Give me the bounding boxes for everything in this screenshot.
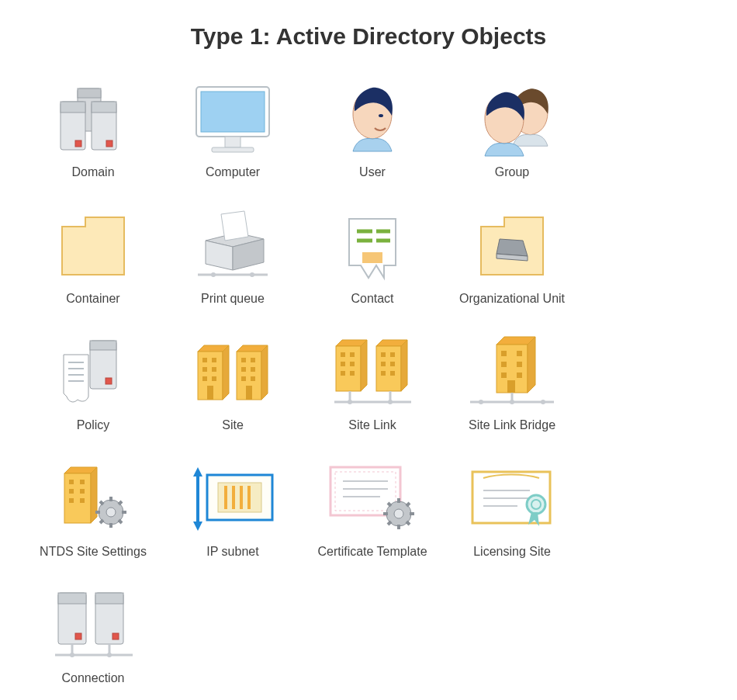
svg-rect-24 [362, 252, 382, 263]
svg-rect-143 [75, 633, 81, 639]
svg-rect-57 [341, 352, 345, 357]
svg-rect-49 [241, 367, 246, 372]
item-label: IP subnet [206, 544, 258, 560]
svg-rect-41 [202, 376, 207, 381]
item-label: User [359, 165, 386, 180]
item-connection: Connection [23, 587, 163, 686]
svg-marker-79 [528, 337, 535, 393]
svg-point-12 [379, 114, 383, 117]
item-label: Print queue [201, 291, 265, 307]
svg-rect-28 [90, 341, 116, 350]
licensing-site-icon [465, 460, 559, 538]
svg-rect-93 [64, 473, 91, 523]
policy-icon [47, 334, 140, 411]
item-ip-subnet: IP subnet [163, 460, 303, 560]
svg-rect-11 [212, 147, 254, 152]
user-icon [326, 81, 419, 158]
svg-rect-62 [350, 371, 355, 376]
svg-line-107 [119, 520, 122, 523]
svg-rect-86 [507, 380, 515, 393]
item-site-link: Site Link [303, 334, 442, 433]
svg-rect-145 [95, 593, 123, 604]
certificate-template-icon [326, 460, 419, 538]
svg-rect-70 [381, 371, 386, 376]
item-label: Policy [77, 418, 110, 433]
svg-rect-7 [106, 140, 112, 147]
svg-rect-142 [58, 593, 86, 604]
page-title: Type 1: Active Directory Objects [23, 23, 714, 50]
svg-rect-39 [202, 367, 207, 372]
svg-rect-47 [241, 358, 246, 362]
svg-line-133 [407, 503, 410, 506]
item-computer: Computer [163, 81, 303, 180]
svg-rect-95 [69, 480, 74, 484]
item-domain: Domain [23, 81, 163, 180]
svg-rect-67 [390, 352, 395, 357]
svg-point-134 [394, 509, 403, 518]
item-label: Group [495, 165, 529, 180]
group-icon [465, 81, 559, 158]
site-link-bridge-icon [465, 334, 559, 411]
svg-rect-9 [201, 92, 265, 132]
svg-point-151 [107, 653, 112, 657]
site-icon [186, 334, 279, 411]
ip-subnet-icon [186, 460, 279, 538]
item-label: Contact [351, 291, 393, 307]
item-contact: Contact [303, 207, 442, 307]
svg-rect-61 [341, 371, 345, 376]
svg-rect-52 [251, 376, 255, 381]
svg-line-109 [119, 501, 122, 504]
site-link-icon [326, 334, 419, 411]
svg-rect-3 [61, 102, 85, 113]
item-label: Container [66, 291, 119, 307]
svg-line-130 [388, 503, 391, 506]
svg-marker-113 [193, 522, 202, 531]
svg-point-18 [211, 272, 216, 277]
item-label: Computer [206, 165, 260, 180]
svg-rect-71 [390, 371, 395, 376]
svg-rect-81 [517, 351, 522, 356]
svg-marker-112 [193, 467, 202, 476]
svg-point-91 [541, 400, 545, 404]
icon-grid: Domain Computer [23, 81, 714, 700]
domain-icon [47, 81, 140, 158]
svg-line-131 [407, 522, 410, 525]
item-user: User [303, 81, 442, 180]
svg-point-76 [388, 400, 393, 404]
item-policy: Policy [23, 334, 163, 433]
svg-rect-68 [381, 362, 386, 366]
svg-rect-38 [212, 358, 216, 362]
svg-rect-4 [75, 140, 81, 147]
item-label: Licensing Site [473, 544, 551, 560]
svg-rect-58 [350, 352, 355, 357]
svg-rect-59 [341, 362, 345, 366]
svg-rect-60 [350, 362, 355, 366]
svg-marker-65 [401, 340, 407, 391]
svg-rect-100 [80, 498, 85, 503]
item-site: Site [163, 334, 303, 433]
item-label: Site Link Bridge [469, 418, 555, 433]
svg-rect-42 [212, 376, 216, 381]
svg-point-19 [250, 272, 254, 277]
item-label: Connection [62, 671, 125, 686]
svg-point-89 [479, 400, 483, 404]
print-queue-icon [186, 207, 279, 285]
svg-marker-46 [261, 345, 268, 400]
svg-rect-98 [80, 489, 85, 494]
svg-rect-64 [376, 346, 401, 391]
svg-rect-48 [251, 358, 255, 362]
item-label: NTDS Site Settings [40, 544, 147, 560]
svg-rect-80 [501, 351, 507, 356]
svg-rect-82 [501, 362, 507, 367]
item-ntds-site-settings: NTDS Site Settings [23, 460, 163, 560]
svg-point-150 [70, 653, 74, 657]
svg-rect-6 [92, 102, 116, 113]
svg-rect-69 [390, 362, 395, 366]
svg-rect-97 [69, 489, 74, 494]
computer-icon [186, 81, 279, 158]
item-print-queue: Print queue [163, 207, 303, 307]
organizational-unit-icon [465, 207, 559, 285]
svg-rect-40 [212, 367, 216, 372]
svg-point-139 [527, 495, 545, 514]
item-site-link-bridge: Site Link Bridge [442, 334, 582, 433]
